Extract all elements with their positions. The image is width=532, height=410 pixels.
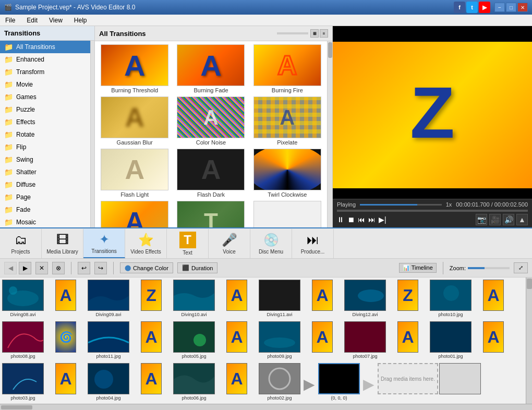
snapshot-button[interactable]: 📷	[476, 214, 487, 225]
progress-slider[interactable]	[337, 210, 528, 212]
grid-scrollbar[interactable]	[327, 41, 332, 227]
transition-twirl-clockwise[interactable]: Twirl Clockwise	[250, 148, 325, 199]
clip-transition-1[interactable]: A	[45, 280, 87, 321]
toolbar-disc-menu[interactable]: 💿 Disc Menu	[250, 229, 292, 258]
sidebar-item-games[interactable]: 📁 Games	[0, 91, 90, 103]
clip-transition-6[interactable]: A	[216, 321, 258, 363]
clip-transition-9[interactable]: A	[473, 321, 514, 363]
sidebar-item-page[interactable]: 📁 Page	[0, 191, 90, 203]
clip-photo11[interactable]: photo11.jpg	[88, 321, 129, 363]
facebook-icon[interactable]: f	[454, 2, 465, 13]
transition-flash-fight[interactable]: A Flash Fight	[97, 200, 172, 227]
list-view-btn[interactable]: ≡	[320, 29, 328, 38]
stop-button[interactable]: ⏹	[347, 215, 355, 224]
grid-view-btn[interactable]: ⊞	[310, 29, 319, 38]
toolbar-transitions[interactable]: ✦ Transitions	[83, 229, 125, 258]
menu-edit[interactable]: Edit	[23, 16, 41, 25]
nav-back-button[interactable]: ◀	[4, 262, 17, 274]
toolbar-media-library[interactable]: 🎞 Media Library	[42, 229, 83, 258]
clip-photo06[interactable]: photo06.jpg	[173, 363, 215, 404]
menu-view[interactable]: View	[46, 16, 66, 25]
clip-transition-4[interactable]: A	[473, 280, 514, 321]
sidebar-item-transform[interactable]: 📁 Transform	[0, 66, 90, 78]
clip-transition-z1[interactable]: Z	[130, 280, 172, 321]
sidebar-item-shatter[interactable]: 📁 Shatter	[0, 166, 90, 178]
toolbar-voice[interactable]: 🎤 Voice	[209, 229, 250, 258]
duration-button[interactable]: ⬛ Duration	[177, 262, 218, 273]
sidebar-item-enhanced[interactable]: 📁 Enhanced	[0, 53, 90, 66]
sidebar-item-movie[interactable]: 📁 Movie	[0, 78, 90, 91]
sidebar-item-mosaic[interactable]: 📁 Mosaic	[0, 216, 90, 227]
clip-photo10[interactable]: photo10.jpg	[430, 280, 471, 321]
clip-transition-z2[interactable]: Z	[387, 280, 429, 321]
transition-burning-fade[interactable]: A Burning Fade	[173, 43, 248, 94]
clip-transition-8[interactable]: A	[387, 321, 429, 363]
clip-photo08[interactable]: photo08.jpg	[2, 321, 44, 363]
prev-frame-button[interactable]: ⏮	[358, 215, 365, 224]
clip-diving10[interactable]: Diving10.avi	[173, 280, 215, 321]
toolbar-projects[interactable]: 🗂 Projects	[0, 229, 42, 258]
close-button[interactable]: ✕	[517, 3, 528, 12]
toolbar-video-effects[interactable]: ⭐ Video Effects	[125, 229, 167, 258]
maximize-button[interactable]: □	[506, 3, 516, 12]
expand-button[interactable]: ⤢	[514, 262, 528, 273]
camera-button[interactable]: 🎥	[489, 214, 501, 225]
size-slider[interactable]	[277, 32, 308, 34]
menu-file[interactable]: File	[2, 16, 18, 25]
minimize-button[interactable]: −	[494, 3, 505, 12]
clip-transition-10[interactable]: A	[45, 363, 87, 404]
sidebar-item-effects[interactable]: 📁 Effects	[0, 116, 90, 128]
sidebar-item-puzzle[interactable]: 📁 Puzzle	[0, 103, 90, 116]
drag-zone[interactable]: Drag media items here.	[378, 363, 438, 394]
menu-help[interactable]: Help	[71, 16, 90, 25]
toolbar-produce[interactable]: ⏭ Produce...	[292, 229, 334, 258]
transition-flash-dark[interactable]: A Flash Dark	[173, 148, 248, 199]
clip-photo01[interactable]: photo01.jpg	[430, 321, 471, 363]
clip-transition-7[interactable]: A	[301, 321, 343, 363]
clip-transition-5[interactable]: A	[130, 321, 172, 363]
timeline-view-button[interactable]: 📊 Timeline	[399, 263, 437, 273]
twitter-icon[interactable]: t	[466, 2, 478, 13]
clip-photo04[interactable]: photo04.jpg	[88, 363, 129, 404]
transition-burning-fire[interactable]: A Burning Fire	[250, 43, 325, 94]
clip-diving11[interactable]: Diving11.avi	[259, 280, 300, 321]
next-frame-button[interactable]: ⏭	[368, 215, 376, 224]
nav-forward-button[interactable]: ▶	[19, 262, 31, 274]
clip-transition-3[interactable]: A	[301, 280, 343, 321]
timeline-scrollbar-h[interactable]	[0, 404, 532, 410]
clip-diving08[interactable]: Diving08.avi	[2, 280, 44, 321]
clip-photo03[interactable]: photo03.jpg	[2, 363, 44, 404]
remove-button[interactable]: ✕	[35, 262, 48, 274]
clip-transition-12[interactable]: A	[216, 363, 258, 404]
sidebar-item-rotate[interactable]: 📁 Rotate	[0, 128, 90, 141]
volume-button[interactable]: 🔊	[503, 214, 514, 225]
transition-flash-light[interactable]: A Flash Light	[97, 148, 172, 199]
youtube-icon[interactable]: ▶	[479, 2, 490, 13]
clip-photo07[interactable]: photo07.jpg	[344, 321, 386, 363]
clip-transition-spiral[interactable]: 🌀	[45, 321, 87, 363]
delete-button[interactable]: ⊗	[52, 262, 65, 274]
play-to-end-button[interactable]: ▶|	[379, 215, 386, 224]
transition-text[interactable]: T Text	[173, 200, 248, 227]
clip-photo02[interactable]: photo02.jpg	[259, 363, 300, 404]
redo-button[interactable]: ↪	[94, 262, 107, 274]
transition-burning-threshold[interactable]: A Burning Threshold	[97, 43, 172, 94]
zoom-slider[interactable]	[468, 267, 510, 269]
transition-pixelate[interactable]: A Pixelate	[250, 95, 325, 147]
sidebar-item-swing[interactable]: 📁 Swing	[0, 153, 90, 166]
clip-diving09[interactable]: Diving09.avi	[88, 280, 129, 321]
expand-preview-button[interactable]: ▲	[516, 214, 528, 225]
undo-button[interactable]: ↩	[78, 262, 90, 274]
panel-scrollbar[interactable]	[90, 41, 94, 227]
clip-transition-11[interactable]: A	[130, 363, 172, 404]
clip-photo09[interactable]: photo09.jpg	[259, 321, 300, 363]
pause-button[interactable]: ⏸	[337, 215, 344, 224]
sidebar-item-flip[interactable]: 📁 Flip	[0, 141, 90, 153]
transition-gaussian-blur[interactable]: A Gaussian Blur	[97, 95, 172, 147]
transition-color-noise[interactable]: A Color Noise	[173, 95, 248, 147]
timeline-scrollbar-v[interactable]	[526, 278, 532, 404]
sidebar-item-all-transitions[interactable]: 📁 All Transitions	[0, 41, 90, 53]
sidebar-item-diffuse[interactable]: 📁 Diffuse	[0, 178, 90, 191]
sidebar-item-fade[interactable]: 📁 Fade	[0, 203, 90, 216]
clip-photo05[interactable]: photo05.jpg	[173, 321, 215, 363]
